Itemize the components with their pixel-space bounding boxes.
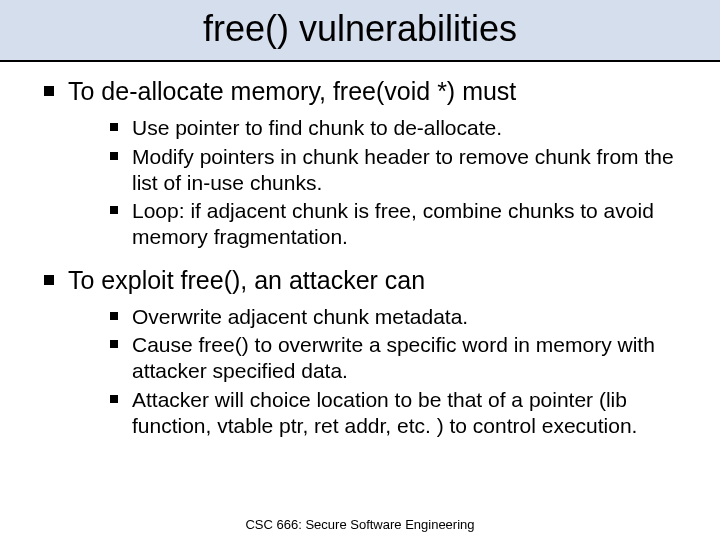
slide-title: free() vulnerabilities (0, 8, 720, 50)
list-item-label: Loop: if adjacent chunk is free, combine… (132, 199, 654, 248)
sub-bullet-list: Overwrite adjacent chunk metadata. Cause… (68, 304, 696, 439)
square-bullet-icon (110, 206, 118, 214)
bullet-list: To de-allocate memory, free(void *) must… (24, 76, 696, 439)
square-bullet-icon (44, 275, 54, 285)
list-item: Modify pointers in chunk header to remov… (110, 144, 696, 197)
square-bullet-icon (110, 123, 118, 131)
sub-bullet-list: Use pointer to find chunk to de-allocate… (68, 115, 696, 250)
title-bar: free() vulnerabilities (0, 0, 720, 62)
square-bullet-icon (110, 340, 118, 348)
list-item-label: Overwrite adjacent chunk metadata. (132, 305, 468, 328)
list-item-label: Cause free() to overwrite a specific wor… (132, 333, 655, 382)
square-bullet-icon (110, 395, 118, 403)
list-item: Attacker will choice location to be that… (110, 387, 696, 440)
square-bullet-icon (44, 86, 54, 96)
list-item-label: Attacker will choice location to be that… (132, 388, 637, 437)
list-item-label: Use pointer to find chunk to de-allocate… (132, 116, 502, 139)
list-item: To de-allocate memory, free(void *) must… (44, 76, 696, 251)
list-item-label: To exploit free(), an attacker can (68, 266, 425, 294)
list-item: To exploit free(), an attacker can Overw… (44, 265, 696, 440)
slide-body: To de-allocate memory, free(void *) must… (0, 62, 720, 439)
square-bullet-icon (110, 312, 118, 320)
list-item-label: To de-allocate memory, free(void *) must (68, 77, 516, 105)
slide-footer: CSC 666: Secure Software Engineering (0, 517, 720, 532)
list-item-label: Modify pointers in chunk header to remov… (132, 145, 674, 194)
list-item: Overwrite adjacent chunk metadata. (110, 304, 696, 330)
square-bullet-icon (110, 152, 118, 160)
list-item: Cause free() to overwrite a specific wor… (110, 332, 696, 385)
list-item: Loop: if adjacent chunk is free, combine… (110, 198, 696, 251)
list-item: Use pointer to find chunk to de-allocate… (110, 115, 696, 141)
